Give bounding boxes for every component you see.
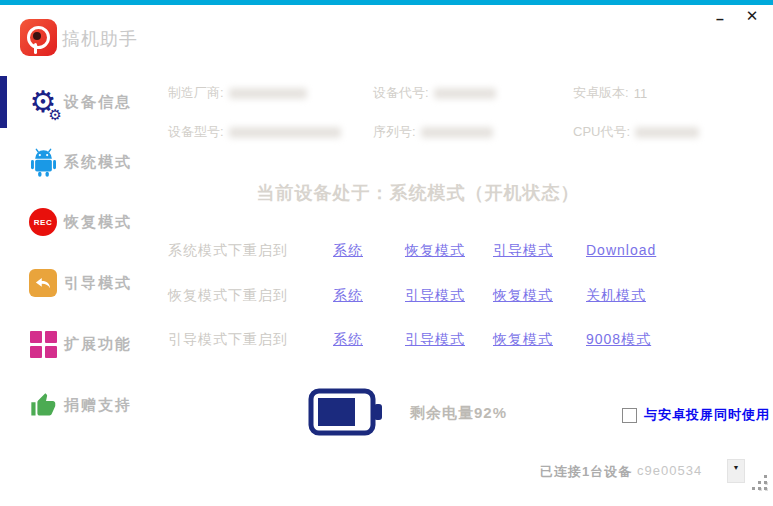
sidebar-item-extended-functions[interactable]: 扩展功能 — [0, 322, 160, 366]
app-title: 搞机助手 — [62, 27, 138, 51]
sidebar-item-bootloader-mode[interactable]: 引导模式 — [0, 261, 160, 305]
field-label: 设备型号: — [168, 123, 224, 141]
field-label: 设备代号: — [373, 84, 429, 102]
sidebar-item-label: 扩展功能 — [64, 335, 132, 354]
reboot-row-bootloader: 引导模式下重启到 系统 引导模式 恢复模式 9008模式 — [168, 331, 728, 351]
sidebar-item-label: 引导模式 — [64, 274, 132, 293]
sidebar-item-label: 设备信息 — [64, 93, 132, 112]
field-device-model: 设备型号: — [168, 123, 341, 141]
connected-device-id: c9e00534 — [637, 463, 702, 478]
link-reboot-to-system[interactable]: 系统 — [333, 331, 363, 349]
reboot-row-label: 系统模式下重启到 — [168, 242, 288, 260]
mirror-checkbox[interactable] — [622, 408, 637, 423]
field-cpu-codename: CPU代号: — [573, 123, 699, 141]
device-select-dropdown[interactable]: ▼ — [727, 459, 745, 483]
android-icon — [26, 145, 60, 179]
reboot-row-system: 系统模式下重启到 系统 恢复模式 引导模式 Download — [168, 242, 728, 262]
sidebar-item-donate[interactable]: 捐赠支持 — [0, 383, 160, 427]
field-label: 安卓版本: — [573, 84, 629, 102]
field-label: 序列号: — [373, 123, 416, 141]
battery-level-text: 剩余电量92% — [410, 404, 507, 423]
device-status-text: 当前设备处于：系统模式（开机状态） — [168, 181, 668, 205]
gears-icon: ⚙⚙ — [26, 85, 60, 119]
sidebar-item-label: 系统模式 — [64, 153, 132, 172]
resize-grip[interactable] — [752, 487, 755, 490]
redacted-value — [635, 127, 699, 138]
app-logo-icon — [20, 19, 57, 56]
redacted-value — [229, 88, 307, 99]
rec-icon: REC — [26, 205, 60, 239]
reboot-row-recovery: 恢复模式下重启到 系统 引导模式 恢复模式 关机模式 — [168, 287, 728, 307]
titlebar-accent — [0, 0, 773, 5]
sidebar-item-label: 恢复模式 — [64, 213, 132, 232]
minimize-button[interactable]: – — [709, 4, 731, 30]
field-label: 制造厂商: — [168, 84, 224, 102]
thumbs-up-icon — [26, 388, 60, 422]
redacted-value — [434, 88, 496, 99]
link-reboot-to-recovery[interactable]: 恢复模式 — [493, 287, 553, 305]
link-reboot-to-system[interactable]: 系统 — [333, 242, 363, 260]
link-reboot-to-download[interactable]: Download — [586, 242, 656, 258]
redacted-value — [229, 127, 341, 138]
sidebar-item-system-mode[interactable]: 系统模式 — [0, 140, 160, 184]
link-reboot-to-bootloader[interactable]: 引导模式 — [493, 242, 553, 260]
redacted-value — [421, 127, 493, 138]
window-controls: – ✕ — [709, 4, 763, 30]
link-reboot-to-system[interactable]: 系统 — [333, 287, 363, 305]
link-reboot-to-recovery[interactable]: 恢复模式 — [493, 331, 553, 349]
mirror-checkbox-label: 与安卓投屏同时使用 — [644, 406, 770, 424]
close-button[interactable]: ✕ — [741, 4, 763, 26]
link-reboot-to-shutdown[interactable]: 关机模式 — [586, 287, 646, 305]
field-serial-number: 序列号: — [373, 123, 493, 141]
field-value: 11 — [634, 86, 648, 101]
link-reboot-to-bootloader[interactable]: 引导模式 — [405, 287, 465, 305]
app-window: – ✕ 搞机助手 ⚙⚙ 设备信息 — [0, 0, 773, 506]
reboot-row-label: 引导模式下重启到 — [168, 331, 288, 349]
link-reboot-to-9008[interactable]: 9008模式 — [586, 331, 651, 349]
field-label: CPU代号: — [573, 123, 630, 141]
field-android-version: 安卓版本: 11 — [573, 84, 647, 102]
reboot-row-label: 恢复模式下重启到 — [168, 287, 288, 305]
sidebar-item-device-info[interactable]: ⚙⚙ 设备信息 — [0, 80, 160, 124]
mirror-checkbox-row[interactable]: 与安卓投屏同时使用 — [622, 406, 770, 424]
battery-icon — [308, 388, 386, 440]
link-reboot-to-recovery[interactable]: 恢复模式 — [405, 242, 465, 260]
field-device-codename: 设备代号: — [373, 84, 496, 102]
sidebar-item-recovery-mode[interactable]: REC 恢复模式 — [0, 200, 160, 244]
sidebar-item-label: 捐赠支持 — [64, 396, 132, 415]
chevron-down-icon: ▼ — [733, 464, 740, 471]
connection-status-text: 已连接1台设备 — [540, 463, 632, 481]
grid-icon — [26, 327, 60, 361]
field-manufacturer: 制造厂商: — [168, 84, 307, 102]
back-arrow-icon — [26, 266, 60, 300]
link-reboot-to-bootloader[interactable]: 引导模式 — [405, 331, 465, 349]
